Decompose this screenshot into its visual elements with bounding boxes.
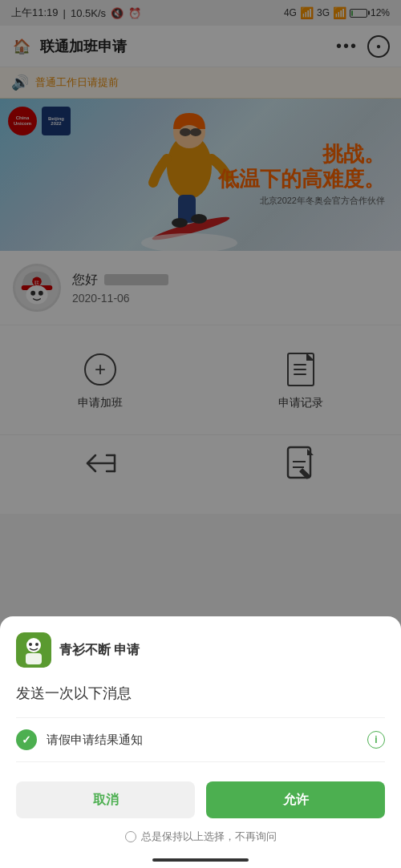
footer-text: 总是保持以上选择，不再询问 [141, 830, 277, 844]
sheet-app-name: 青衫不断 申请 [59, 642, 140, 659]
check-circle-icon: ✓ [16, 729, 37, 750]
sheet-header: 青衫不断 申请 [16, 632, 385, 668]
app-icon [16, 632, 51, 668]
sheet-buttons: 取消 允许 [16, 781, 385, 818]
allow-button[interactable]: 允许 [206, 781, 385, 818]
radio-button[interactable] [125, 831, 136, 842]
svg-point-28 [29, 643, 32, 646]
bottom-sheet: 青衫不断 申请 发送一次以下消息 ✓ 请假申请结果通知 i 取消 允许 总是保持… [0, 616, 401, 868]
svg-rect-30 [26, 653, 42, 664]
permission-item: ✓ 请假申请结果通知 i [16, 717, 385, 762]
svg-point-29 [35, 643, 38, 646]
sheet-title: 发送一次以下消息 [16, 684, 385, 703]
cancel-button[interactable]: 取消 [16, 781, 195, 818]
info-icon[interactable]: i [367, 731, 385, 749]
sheet-footer: 总是保持以上选择，不再询问 [16, 830, 385, 844]
permission-text: 请假申请结果通知 [47, 733, 358, 748]
home-indicator [152, 858, 249, 862]
